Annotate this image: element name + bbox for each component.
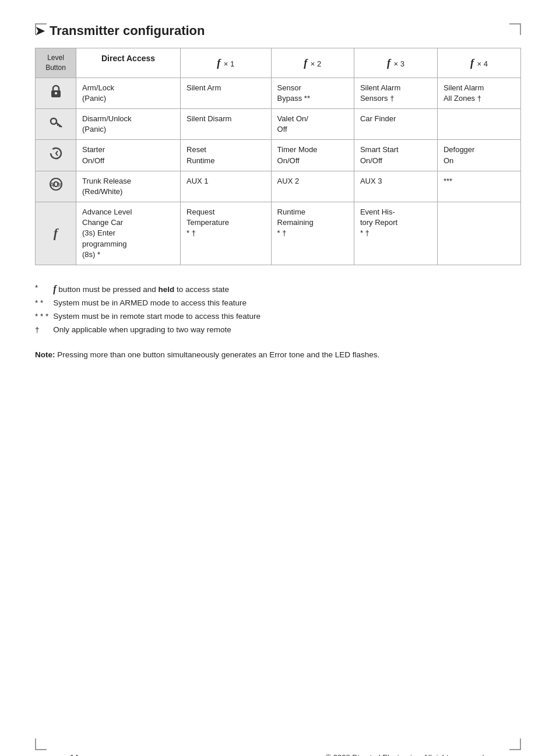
cell-row0-col5: Silent AlarmAll Zones † <box>437 78 520 108</box>
cell-row2-col4: Smart StartOn/Off <box>354 140 437 171</box>
footnote-text-star: f button must be pressed and held to acc… <box>53 282 265 297</box>
footnote-symbol-2star: * * <box>35 297 53 310</box>
corner-top-left <box>35 23 47 35</box>
note-text: Pressing more than one button simultaneo… <box>57 350 379 359</box>
cell-row3-col4: AUX 3 <box>354 171 437 202</box>
title-text: Transmitter configuration <box>50 23 205 38</box>
cell-row4-col3: RuntimeRemaining* † <box>271 202 354 265</box>
cell-row0-col3: SensorBypass ** <box>271 78 354 108</box>
cell-row1-col4: Car Finder <box>354 108 437 139</box>
held-text: held <box>158 285 174 294</box>
footnotes-section: * f button must be pressed and held to a… <box>35 282 521 337</box>
col-header-f2: f × 2 <box>271 48 354 78</box>
cell-row2-col2: ResetRuntime <box>181 140 272 171</box>
cell-row1-col3: Valet On/Off <box>271 108 354 139</box>
col-header-f1: f × 1 <box>181 48 272 78</box>
icon-aux: AUX <box>36 171 76 202</box>
f1-mult: × 1 <box>224 59 234 68</box>
footnote-symbol-3star: * * * <box>35 310 53 324</box>
note-section: Note: Pressing more than one button simu… <box>35 349 521 361</box>
svg-text:AUX: AUX <box>50 182 62 188</box>
copyright-text: © 2008 Directed Electronics. All rights … <box>326 753 486 756</box>
col-header-level: LevelButton <box>36 48 76 78</box>
footnote-row-dagger: † Only applicable when upgrading to two … <box>35 324 265 337</box>
footnote-row-2star: * * System must be in ARMED mode to acce… <box>35 297 265 310</box>
footnote-star-before: button must be pressed and <box>58 285 158 294</box>
footnote-row-star: * f button must be pressed and held to a… <box>35 282 265 297</box>
col-header-f3: f × 3 <box>354 48 437 78</box>
icon-key <box>36 108 76 139</box>
table-row: Disarm/Unlock(Panic)Silent DisarmValet O… <box>36 108 521 139</box>
page-number: 14 <box>70 753 78 756</box>
cell-row1-col5 <box>437 108 520 139</box>
f1-symbol: f <box>217 57 220 69</box>
corner-top-right <box>509 23 521 35</box>
cell-row3-col3: AUX 2 <box>271 171 354 202</box>
cell-row1-col1: Disarm/Unlock(Panic) <box>76 108 181 139</box>
icon-f-button: f <box>36 202 76 265</box>
svg-point-1 <box>55 92 57 94</box>
footnote-symbol-star: * <box>35 282 53 297</box>
footnote-text-dagger: Only applicable when upgrading to two wa… <box>53 324 265 337</box>
table-row: fAdvance LevelChange Car(3s) Enterprogra… <box>36 202 521 265</box>
f3-symbol: f <box>387 57 390 69</box>
icon-starter <box>36 140 76 171</box>
cell-row0-col4: Silent AlarmSensors † <box>354 78 437 108</box>
footnote-symbol-dagger: † <box>35 324 53 337</box>
svg-point-2 <box>51 118 57 124</box>
col-header-f4: f × 4 <box>437 48 520 78</box>
note-label: Note: <box>35 350 55 359</box>
corner-bottom-right <box>509 739 521 750</box>
icon-lock <box>36 78 76 108</box>
f3-mult: × 3 <box>393 59 404 68</box>
table-row: StarterOn/OffResetRuntimeTimer ModeOn/Of… <box>36 140 521 171</box>
f-inline-icon: f <box>53 284 56 294</box>
footnotes-table: * f button must be pressed and held to a… <box>35 282 265 337</box>
f2-mult: × 2 <box>311 59 321 68</box>
cell-row0-col2: Silent Arm <box>181 78 272 108</box>
footnote-star-after: to access state <box>177 285 229 294</box>
footnote-text-2star: System must be in ARMED mode to access t… <box>53 297 265 310</box>
f2-symbol: f <box>304 57 307 69</box>
cell-row4-col4: Event His-tory Report* † <box>354 202 437 265</box>
page-footer: 14 © 2008 Directed Electronics. All righ… <box>70 753 486 756</box>
cell-row2-col1: StarterOn/Off <box>76 140 181 171</box>
cell-row0-col1: Arm/Lock(Panic) <box>76 78 181 108</box>
table-row: Arm/Lock(Panic)Silent ArmSensorBypass **… <box>36 78 521 108</box>
configuration-table: LevelButton Direct Access f × 1 f × 2 f … <box>35 48 521 265</box>
cell-row2-col3: Timer ModeOn/Off <box>271 140 354 171</box>
f4-mult: × 4 <box>477 59 487 68</box>
footnote-text-3star: System must be in remote start mode to a… <box>53 310 265 324</box>
cell-row2-col5: DefoggerOn <box>437 140 520 171</box>
cell-row3-col5: *** <box>437 171 520 202</box>
page-wrapper: ➤ Transmitter configuration LevelButton … <box>35 23 521 756</box>
f4-symbol: f <box>470 57 474 69</box>
cell-row4-col5 <box>437 202 520 265</box>
cell-row3-col1: Trunk Release(Red/White) <box>76 171 181 202</box>
col-header-direct: Direct Access <box>76 48 181 78</box>
cell-row4-col2: RequestTemperature* † <box>181 202 272 265</box>
table-row: AUX Trunk Release(Red/White)AUX 1AUX 2AU… <box>36 171 521 202</box>
cell-row1-col2: Silent Disarm <box>181 108 272 139</box>
footnote-row-3star: * * * System must be in remote start mod… <box>35 310 265 324</box>
page-title: ➤ Transmitter configuration <box>35 23 521 38</box>
cell-row4-col1: Advance LevelChange Car(3s) Enterprogram… <box>76 202 181 265</box>
corner-bottom-left <box>35 739 47 750</box>
cell-row3-col2: AUX 1 <box>181 171 272 202</box>
